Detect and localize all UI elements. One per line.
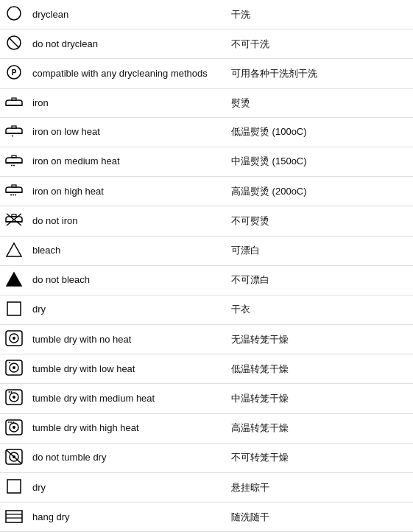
tumble-low-label: tumble dry with low heat [28, 354, 227, 384]
dry-chinese: 干衣 [227, 295, 413, 324]
tumble-high-chinese: 高温转笼干燥 [227, 413, 413, 443]
svg-line-2 [9, 38, 19, 48]
table-row: bleach可漂白 [0, 236, 413, 265]
table-row: do not dryclean不可干洗 [0, 29, 413, 59]
bleach-icon [0, 236, 28, 265]
svg-rect-5 [12, 98, 16, 100]
dryclean-icon [0, 0, 28, 29]
tumble-medium-chinese: 中温转笼干燥 [227, 384, 413, 413]
table-row: do not bleach不可漂白 [0, 265, 413, 295]
svg-rect-48 [7, 480, 21, 493]
table-row: dry悬挂晾干 [0, 473, 413, 503]
table-row: iron on low heat低温熨烫 (100oC) [0, 117, 413, 147]
tumble-low-chinese: 低温转笼干燥 [227, 354, 413, 384]
table-row: dry干衣 [0, 295, 413, 324]
iron-medium-chinese: 中温熨烫 (150oC) [227, 147, 413, 176]
table-row: do not iron不可熨烫 [0, 206, 413, 236]
dry2-label: dry [28, 473, 227, 503]
svg-point-18 [15, 195, 16, 196]
iron-icon [0, 88, 28, 117]
svg-point-32 [9, 362, 10, 363]
table-row: P compatible with any drycleaning method… [0, 59, 413, 88]
svg-point-36 [9, 391, 10, 393]
svg-marker-23 [7, 243, 21, 256]
svg-point-17 [13, 195, 14, 196]
svg-text:P: P [12, 69, 17, 77]
table-row: dryclean干洗 [0, 0, 413, 29]
compatible-dryclean-icon: P [0, 59, 28, 88]
do-not-bleach-chinese: 不可漂白 [227, 265, 413, 295]
svg-point-16 [10, 195, 12, 196]
table-row: tumble dry with no heat无温转笼干燥 [0, 325, 413, 354]
dry2-icon [0, 473, 28, 503]
iron-high-label: iron on high heat [28, 177, 227, 206]
tumble-medium-icon [0, 384, 28, 413]
iron-medium-label: iron on medium heat [28, 147, 227, 176]
svg-rect-49 [6, 511, 22, 522]
table-row: iron on medium heat中温熨烫 (150oC) [0, 147, 413, 176]
do-not-dryclean-icon [0, 29, 28, 59]
table-row: tumble dry with medium heat中温转笼干燥 [0, 384, 413, 413]
iron-medium-icon [0, 147, 28, 176]
table-row: tumble dry with high heat高温转笼干燥 [0, 413, 413, 443]
hang-dry-chinese: 随洗随干 [227, 503, 413, 532]
svg-point-37 [11, 391, 13, 393]
iron-low-chinese: 低温熨烫 (100oC) [227, 117, 413, 147]
svg-point-0 [7, 7, 21, 20]
svg-point-42 [10, 421, 12, 423]
tumble-no-heat-icon [0, 325, 28, 354]
iron-low-icon [0, 117, 28, 147]
svg-rect-10 [12, 155, 16, 158]
tumble-low-icon [0, 354, 28, 384]
do-not-tumble-label: do not tumble dry [28, 443, 227, 472]
svg-rect-14 [12, 185, 16, 187]
hang-dry-icon [0, 503, 28, 532]
iron-label: iron [28, 88, 227, 117]
svg-rect-19 [12, 214, 16, 217]
tumble-no-heat-chinese: 无温转笼干燥 [227, 325, 413, 354]
iron-chinese: 熨烫 [227, 88, 413, 117]
tumble-medium-label: tumble dry with medium heat [28, 384, 227, 413]
compatible-dryclean-chinese: 可用各种干洗剂干洗 [227, 59, 413, 88]
svg-point-9 [12, 135, 13, 136]
tumble-high-label: tumble dry with high heat [28, 413, 227, 443]
do-not-iron-chinese: 不可熨烫 [227, 206, 413, 236]
iron-high-icon [0, 177, 28, 206]
tumble-high-icon [0, 413, 28, 443]
bleach-chinese: 可漂白 [227, 236, 413, 265]
table-row: hang dry随洗随干 [0, 503, 413, 532]
svg-rect-7 [12, 126, 16, 128]
svg-point-43 [13, 421, 14, 423]
dryclean-chinese: 干洗 [227, 0, 413, 29]
svg-point-31 [13, 366, 15, 369]
svg-marker-24 [7, 273, 21, 286]
bleach-label: bleach [28, 236, 227, 265]
do-not-dryclean-label: do not dryclean [28, 29, 227, 59]
svg-point-40 [13, 426, 15, 429]
svg-point-13 [13, 164, 15, 166]
table-row: tumble dry with low heat低温转笼干燥 [0, 354, 413, 384]
svg-point-41 [8, 421, 10, 423]
hang-dry-label: hang dry [28, 503, 227, 532]
do-not-tumble-icon [0, 443, 28, 472]
compatible-dryclean-label: compatible with any drycleaning methods [28, 59, 227, 88]
do-not-iron-icon [0, 206, 28, 236]
table-row: do not tumble dry不可转笼干燥 [0, 443, 413, 472]
iron-high-chinese: 高温熨烫 (200oC) [227, 177, 413, 206]
do-not-tumble-chinese: 不可转笼干燥 [227, 443, 413, 472]
tumble-no-heat-label: tumble dry with no heat [28, 325, 227, 354]
iron-low-label: iron on low heat [28, 117, 227, 147]
table-row: iron熨烫 [0, 88, 413, 117]
dry-icon [0, 295, 28, 324]
svg-rect-25 [7, 302, 21, 315]
dry-label: dry [28, 295, 227, 324]
svg-point-12 [11, 164, 13, 166]
table-row: iron on high heat高温熨烫 (200oC) [0, 177, 413, 206]
dryclean-label: dryclean [28, 0, 227, 29]
do-not-dryclean-chinese: 不可干洗 [227, 29, 413, 59]
do-not-bleach-label: do not bleach [28, 265, 227, 295]
svg-point-28 [13, 337, 15, 340]
do-not-iron-label: do not iron [28, 206, 227, 236]
laundry-symbols-table: dryclean干洗 do not dryclean不可干洗 P compati… [0, 0, 413, 532]
do-not-bleach-icon [0, 265, 28, 295]
